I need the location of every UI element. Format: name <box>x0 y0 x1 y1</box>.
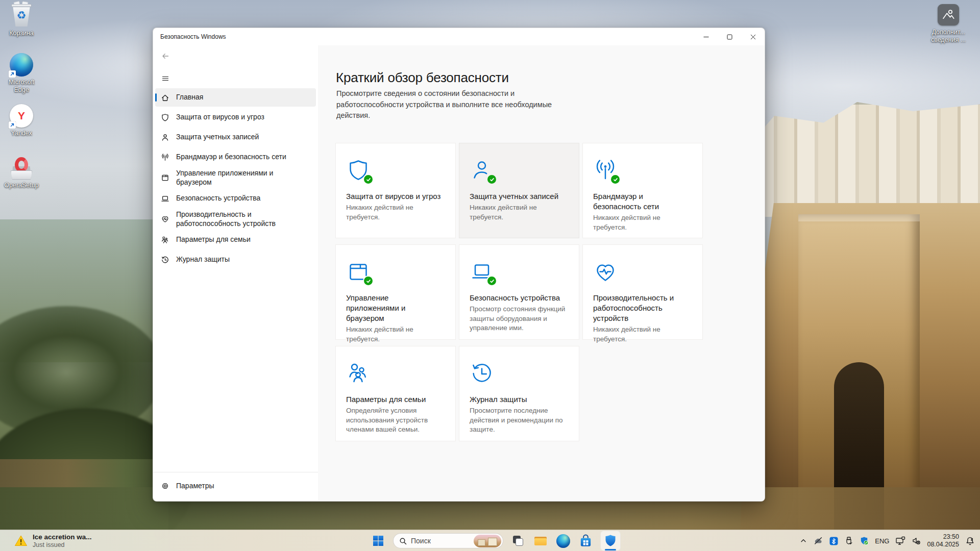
desktop-icon-opera-setup[interactable]: OperaSetup <box>3 156 40 189</box>
clock[interactable]: 23:50 08.04.2025 <box>927 533 959 548</box>
main-content: Краткий обзор безопасности Просмотрите с… <box>318 45 765 501</box>
status-ok-icon <box>363 174 374 185</box>
sidebar-item-label: Брандмауэр и безопасность сети <box>176 153 286 162</box>
onedrive-off-icon[interactable] <box>813 537 823 545</box>
sidebar-item-account-protection[interactable]: Защита учетных записей <box>155 128 316 146</box>
sidebar-item-home[interactable]: Главная <box>155 88 316 107</box>
sidebar-item-label: Параметры для семьи <box>176 235 251 244</box>
desktop-icon-recycle-bin[interactable]: ♻ Корзина <box>3 4 40 37</box>
edge-taskbar-button[interactable] <box>555 533 571 548</box>
file-explorer-button[interactable] <box>533 533 548 548</box>
tile-title: Защита учетных записей <box>470 191 569 202</box>
home-icon <box>161 93 169 102</box>
status-ok-icon <box>486 276 497 286</box>
desktop-icon-label: Microsoft Edge <box>3 79 40 94</box>
bluetooth-icon[interactable] <box>829 537 838 545</box>
taskbar-center <box>371 530 621 551</box>
windows-security-window: Безопасность Windows Гла <box>153 28 765 502</box>
recycle-bin-icon: ♻ <box>10 4 33 28</box>
widget-subtext: Just issued <box>33 541 92 549</box>
family-icon <box>346 361 371 386</box>
tile-virus-threat-protection[interactable]: Защита от вирусов и угроз Никаких действ… <box>335 143 456 238</box>
defender-tray-icon[interactable] <box>860 536 869 545</box>
shortcut-arrow-icon <box>9 121 16 129</box>
desktop-icon-label: Yandex <box>11 130 32 137</box>
desktop-icon-label: Корзина <box>9 30 34 37</box>
tile-firewall-network-protection[interactable]: Брандмауэр и безопасность сети Никаких д… <box>582 143 703 238</box>
tile-title: Безопасность устройства <box>470 293 569 303</box>
sidebar-item-label: Журнал защиты <box>176 255 230 264</box>
desktop: ♻ Корзина Microsoft Edge Y <box>0 0 980 551</box>
close-button[interactable] <box>741 28 765 45</box>
desktop-icon-label: OperaSetup <box>4 182 38 189</box>
window-title: Безопасность Windows <box>160 33 226 40</box>
search-highlight-image[interactable] <box>474 535 501 547</box>
sidebar-item-label: Безопасность устройства <box>176 194 260 203</box>
taskbar: Ice accretion wa... Just issued <box>0 530 980 551</box>
tile-title: Брандмауэр и безопасность сети <box>593 191 692 212</box>
account-icon <box>161 133 169 142</box>
tile-status: Никаких действий не требуется. <box>346 203 445 222</box>
microsoft-store-button[interactable] <box>578 533 593 548</box>
taskbar-search[interactable] <box>393 533 503 548</box>
tray-date: 08.04.2025 <box>927 541 959 548</box>
desktop-icon-label: Дополнит... сведения ... <box>931 29 966 44</box>
edge-icon <box>556 534 570 548</box>
task-view-icon <box>511 534 525 547</box>
sidebar-item-family-options[interactable]: Параметры для семьи <box>155 231 316 249</box>
desktop-icon-microsoft-edge[interactable]: Microsoft Edge <box>3 53 40 94</box>
language-indicator[interactable]: ENG <box>875 537 889 545</box>
heart-pulse-icon <box>161 215 169 223</box>
sidebar-item-device-security[interactable]: Безопасность устройства <box>155 189 316 208</box>
sidebar-item-settings[interactable]: Параметры <box>155 477 316 494</box>
network-icon <box>161 153 169 162</box>
opera-setup-icon <box>10 156 33 180</box>
tile-status: Просмотрите последние действия и рекомен… <box>470 406 569 435</box>
minimize-button[interactable] <box>694 28 718 45</box>
tray-chevron-up-icon[interactable] <box>800 537 807 544</box>
sidebar-item-protection-history[interactable]: Журнал защиты <box>155 251 316 269</box>
tray-time: 23:50 <box>927 533 959 541</box>
active-app-indicator <box>605 549 616 551</box>
widgets-button[interactable]: Ice accretion wa... Just issued <box>9 530 97 551</box>
windows-logo-icon <box>372 535 384 547</box>
folder-icon <box>533 534 548 548</box>
maximize-button[interactable] <box>718 28 741 45</box>
tile-title: Производительность и работоспособность у… <box>593 293 692 323</box>
back-button[interactable] <box>157 48 174 64</box>
desktop-icon-yandex[interactable]: Y Yandex <box>3 104 40 137</box>
sidebar-item-label: Защита учетных записей <box>176 133 259 142</box>
usb-device-icon[interactable] <box>844 536 853 545</box>
sidebar-item-app-browser-control[interactable]: Управление приложениями и браузером <box>155 168 316 188</box>
sidebar-item-device-performance-health[interactable]: Производительность и работоспособность у… <box>155 209 316 229</box>
sidebar-item-label: Производительность и работоспособность у… <box>176 210 276 228</box>
tile-title: Защита от вирусов и угроз <box>346 191 445 202</box>
windows-security-taskbar-button[interactable] <box>600 531 621 551</box>
display-cast-icon[interactable] <box>895 536 905 545</box>
tile-account-protection[interactable]: Защита учетных записей Никаких действий … <box>459 143 579 238</box>
defender-shield-icon <box>603 534 618 548</box>
start-button[interactable] <box>371 533 386 548</box>
tile-title: Параметры для семьи <box>346 394 445 405</box>
tile-status: Никаких действий не требуется. <box>346 325 445 344</box>
sidebar-item-firewall-network[interactable]: Брандмауэр и безопасность сети <box>155 148 316 166</box>
page-description: Просмотрите сведения о состоянии безопас… <box>336 88 561 121</box>
tile-family-options[interactable]: Параметры для семьи Определяйте условия … <box>335 346 456 441</box>
notification-bell-dnd-icon[interactable] <box>965 536 975 546</box>
title-bar[interactable]: Безопасность Windows <box>153 28 765 45</box>
desktop-icon-more-info[interactable]: Дополнит... сведения ... <box>930 3 967 44</box>
history-icon <box>161 256 169 264</box>
hamburger-menu-icon[interactable] <box>157 71 174 86</box>
tile-app-browser-control[interactable]: Управление приложениями и браузером Ника… <box>335 244 456 340</box>
tile-device-performance-health[interactable]: Производительность и работоспособность у… <box>582 244 703 340</box>
tile-protection-history[interactable]: Журнал защиты Просмотрите последние дейс… <box>459 346 579 441</box>
task-view-button[interactable] <box>510 533 526 548</box>
volume-muted-icon[interactable] <box>912 536 921 545</box>
status-ok-icon <box>486 174 497 185</box>
search-input[interactable] <box>411 537 467 545</box>
store-icon <box>579 534 593 548</box>
sidebar-item-virus-threat-protection[interactable]: Защита от вирусов и угроз <box>155 108 316 127</box>
sidebar-item-label: Главная <box>176 93 203 102</box>
tile-device-security[interactable]: Безопасность устройства Просмотр состоян… <box>459 244 579 340</box>
heart-pulse-icon <box>593 260 618 284</box>
